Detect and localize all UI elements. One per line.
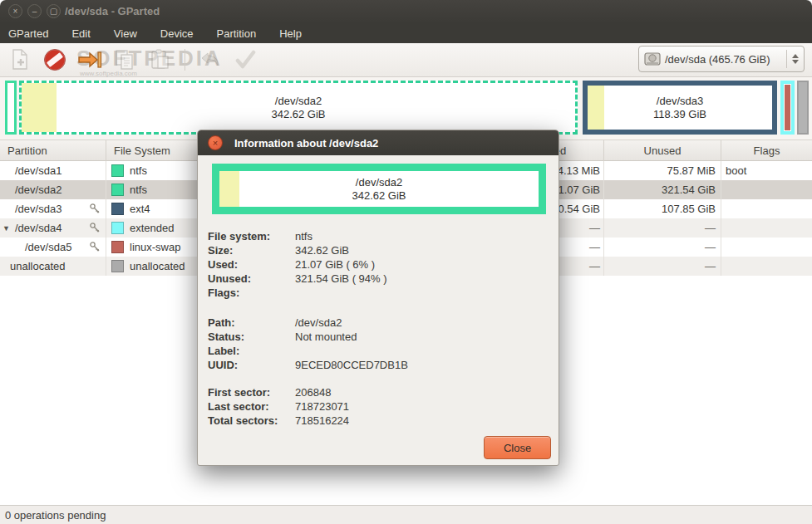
diskbar-partition-sda2[interactable]: /dev/sda2342.62 GiB bbox=[19, 81, 578, 135]
operations-pending-text: 0 operations pending bbox=[5, 509, 106, 522]
diskbar-partition-sda3[interactable]: /dev/sda3118.39 GiB bbox=[583, 81, 777, 135]
minimize-window-icon[interactable]: – bbox=[27, 4, 42, 18]
toolbar-separator bbox=[185, 49, 185, 71]
gparted-window: × – ▢ /dev/sda - GParted GParted Edit Vi… bbox=[0, 0, 812, 524]
diskbar-partition-sda1[interactable] bbox=[5, 81, 17, 135]
copy-icon[interactable] bbox=[111, 47, 138, 72]
titlebar: × – ▢ /dev/sda - GParted bbox=[0, 0, 812, 23]
delete-partition-icon[interactable] bbox=[42, 47, 68, 72]
locked-key-icon bbox=[89, 222, 101, 234]
column-header-partition: Partition bbox=[0, 140, 106, 161]
dialog-close-icon[interactable]: × bbox=[208, 135, 223, 150]
undo-icon[interactable] bbox=[197, 47, 224, 72]
maximize-window-icon[interactable]: ▢ bbox=[47, 4, 61, 18]
device-selector-value: /dev/sda (465.76 GiB) bbox=[665, 53, 786, 66]
window-controls: × – ▢ bbox=[8, 4, 61, 18]
menu-gparted[interactable]: GParted bbox=[8, 25, 60, 42]
dialog-title: Information about /dev/sda2 bbox=[234, 137, 378, 149]
column-header-flags: Flags bbox=[721, 140, 812, 161]
column-header-unused: Unused bbox=[604, 140, 721, 161]
dialog-partition-graphic: /dev/sda2342.62 GiB bbox=[212, 164, 546, 214]
partition-label: /dev/sda2342.62 GiB bbox=[22, 83, 575, 132]
column-header-file-system: File System bbox=[106, 140, 204, 161]
menu-view[interactable]: View bbox=[114, 25, 149, 42]
device-spinner-icon[interactable] bbox=[786, 50, 799, 68]
fs-color-swatch bbox=[111, 203, 124, 215]
resize-move-icon[interactable] bbox=[76, 47, 103, 72]
diskbar-unallocated[interactable] bbox=[797, 81, 809, 135]
close-window-icon[interactable]: × bbox=[8, 4, 22, 18]
menu-help[interactable]: Help bbox=[279, 25, 313, 42]
fs-color-swatch bbox=[111, 260, 124, 272]
menu-edit[interactable]: Edit bbox=[71, 25, 101, 42]
diskbar-partition-sda4-extended[interactable] bbox=[780, 81, 795, 135]
fs-color-swatch bbox=[111, 164, 124, 177]
locked-key-icon bbox=[89, 203, 101, 215]
menu-device[interactable]: Device bbox=[160, 25, 205, 42]
paste-icon[interactable] bbox=[146, 47, 173, 72]
device-selector[interactable]: /dev/sda (465.76 GiB) bbox=[638, 46, 805, 72]
expander-icon[interactable]: ▼ bbox=[2, 224, 10, 233]
dialog-sector-info: First sector:206848 Last sector:71872307… bbox=[208, 385, 549, 428]
fs-color-swatch bbox=[111, 184, 124, 196]
toolbar: SOFTPEDIA www.softpedia.com bbox=[0, 43, 812, 77]
dialog-filesystem-info: File system:ntfs Size:342.62 GiB Used:21… bbox=[208, 229, 549, 300]
information-dialog: × Information about /dev/sda2 /dev/sda23… bbox=[197, 130, 559, 466]
fs-color-swatch bbox=[111, 241, 124, 253]
dialog-path-info: Path:/dev/sda2 Status:Not mounted Label:… bbox=[208, 316, 549, 372]
statusbar: 0 operations pending bbox=[0, 505, 812, 524]
close-button[interactable]: Close bbox=[484, 436, 551, 459]
dialog-titlebar: × Information about /dev/sda2 bbox=[198, 130, 559, 155]
menubar: GParted Edit View Device Partition Help bbox=[0, 23, 812, 43]
locked-key-icon bbox=[89, 241, 101, 253]
apply-icon[interactable] bbox=[232, 47, 258, 72]
hard-disk-icon bbox=[644, 52, 661, 66]
new-partition-icon[interactable] bbox=[7, 47, 33, 72]
menu-partition[interactable]: Partition bbox=[217, 25, 268, 42]
partition-label: /dev/sda2342.62 GiB bbox=[219, 171, 539, 207]
window-title: /dev/sda - GParted bbox=[65, 5, 160, 17]
partition-label: /dev/sda3118.39 GiB bbox=[588, 86, 772, 130]
fs-color-swatch bbox=[111, 222, 124, 234]
